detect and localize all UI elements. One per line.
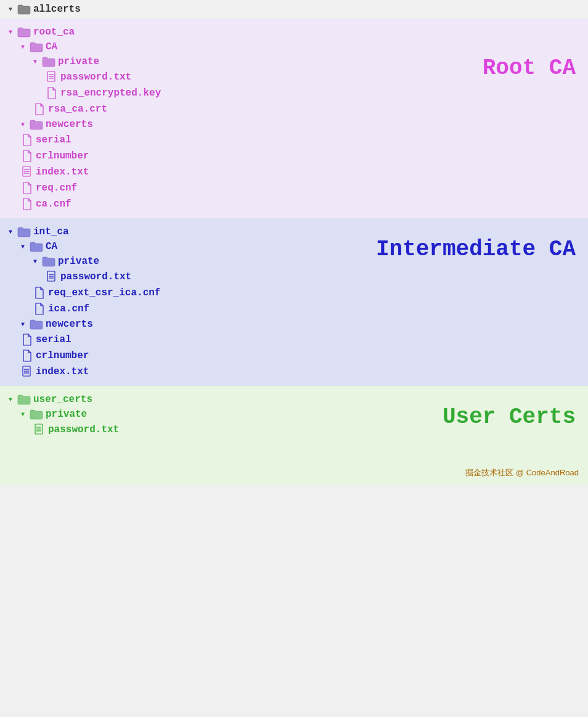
- req-cnf-label: req.cnf: [36, 182, 77, 194]
- root-ca-label: Root CA: [483, 55, 576, 81]
- int-index-txt-label: index.txt: [36, 366, 89, 377]
- int-ca-sub-folder-icon: [30, 241, 43, 252]
- int-ca-sub-folder-label: CA: [46, 241, 57, 252]
- file-icon: [22, 350, 33, 362]
- user-password-txt-label: password.txt: [48, 424, 119, 435]
- int-ca-label: Intermediate CA: [376, 237, 576, 262]
- user-certs-folder-label: user_certs: [33, 394, 92, 405]
- user-private-toggle[interactable]: ▼: [18, 410, 27, 419]
- int-private-folder-label: private: [58, 256, 99, 267]
- int-ca-folder-label: int_ca: [33, 226, 69, 237]
- int-private-folder-icon: [42, 256, 55, 267]
- private-toggle[interactable]: ▼: [31, 57, 39, 66]
- int-newcerts-folder-label: newcerts: [46, 319, 93, 330]
- tree-row: crlnumber: [6, 348, 588, 364]
- root-section: Root CA ▼ root_ca ▼ CA ▼ private: [0, 18, 588, 218]
- file-icon: [22, 150, 33, 162]
- tree-row: serial: [6, 332, 588, 348]
- ica-cnf-label: ica.cnf: [48, 303, 89, 314]
- lines-icon: [46, 271, 57, 283]
- allcerts-folder-icon: [17, 4, 31, 15]
- user-certs-label: User Certs: [443, 404, 576, 430]
- tree-row: rsa_ca.crt: [6, 101, 588, 117]
- tree-row: ▼ newcerts: [6, 117, 588, 132]
- int-newcerts-folder-icon: [30, 319, 43, 330]
- tree-row: ca.cnf: [6, 196, 588, 212]
- int-crlnumber-label: crlnumber: [36, 350, 89, 361]
- tree-row: req_ext_csr_ica.cnf: [6, 285, 588, 301]
- allcerts-label: allcerts: [33, 4, 81, 15]
- file-icon: [34, 287, 45, 299]
- allcerts-row: ▼ allcerts: [0, 0, 588, 18]
- int-newcerts-toggle[interactable]: ▼: [18, 320, 27, 329]
- int-section: Intermediate CA ▼ int_ca ▼ CA ▼ private: [0, 218, 588, 386]
- int-serial-label: serial: [36, 334, 71, 345]
- tree-row: ▼ root_ca: [6, 25, 588, 39]
- user-private-folder-label: private: [46, 409, 87, 420]
- file-icon: [34, 303, 45, 315]
- newcerts-folder-icon: [30, 119, 43, 130]
- tree-row: ica.cnf: [6, 301, 588, 317]
- file-icon: [22, 182, 33, 194]
- rsa-encrypted-key-label: rsa_encrypted.key: [60, 88, 161, 99]
- file-icon: [22, 198, 33, 210]
- ca-folder-label: CA: [46, 41, 57, 52]
- tree-row: rsa_encrypted.key: [6, 85, 588, 101]
- lines-icon: [34, 424, 45, 436]
- lines-icon: [22, 166, 33, 178]
- root-ca-toggle[interactable]: ▼: [6, 28, 15, 36]
- user-section: User Certs ▼ user_certs ▼ private: [0, 386, 588, 485]
- tree-row: crlnumber: [6, 148, 588, 164]
- user-certs-toggle[interactable]: ▼: [6, 395, 15, 404]
- file-icon: [46, 87, 57, 99]
- password-txt-label: password.txt: [60, 72, 131, 83]
- root-ca-folder-icon: [17, 27, 31, 38]
- req-ext-csr-ica-label: req_ext_csr_ica.cnf: [48, 287, 160, 298]
- file-icon: [22, 334, 33, 346]
- tree-row: req.cnf: [6, 180, 588, 196]
- allcerts-toggle[interactable]: ▼: [6, 5, 15, 14]
- rsa-ca-crt-label: rsa_ca.crt: [48, 104, 107, 115]
- ca-folder-icon: [30, 41, 43, 52]
- lines-icon: [22, 366, 33, 378]
- tree-row: index.txt: [6, 164, 588, 180]
- int-ca-sub-toggle[interactable]: ▼: [18, 242, 27, 251]
- tree-row: password.txt: [6, 269, 588, 285]
- tree-row: serial: [6, 132, 588, 148]
- private-folder-label: private: [58, 56, 99, 67]
- index-txt-label: index.txt: [36, 166, 89, 178]
- newcerts-toggle[interactable]: ▼: [18, 120, 27, 129]
- user-certs-folder-icon: [17, 394, 31, 405]
- crlnumber-label: crlnumber: [36, 150, 89, 162]
- user-private-folder-icon: [30, 409, 43, 420]
- int-ca-folder-icon: [17, 226, 31, 237]
- tree-row: index.txt: [6, 364, 588, 380]
- file-icon: [22, 134, 33, 146]
- watermark: 掘金技术社区 @ CodeAndRoad: [465, 467, 579, 478]
- tree-row: ▼ CA: [6, 39, 588, 54]
- int-ca-toggle[interactable]: ▼: [6, 227, 15, 236]
- private-folder-icon: [42, 56, 55, 67]
- int-password-txt-label: password.txt: [60, 271, 131, 282]
- lines-icon: [46, 71, 57, 83]
- newcerts-folder-label: newcerts: [46, 119, 93, 130]
- tree-row: ▼ newcerts: [6, 317, 588, 332]
- root-ca-folder-label: root_ca: [33, 27, 75, 38]
- ca-toggle[interactable]: ▼: [18, 43, 27, 51]
- int-private-toggle[interactable]: ▼: [31, 257, 39, 266]
- serial-label: serial: [36, 134, 71, 145]
- file-icon: [34, 103, 45, 115]
- ca-cnf-label: ca.cnf: [36, 199, 71, 210]
